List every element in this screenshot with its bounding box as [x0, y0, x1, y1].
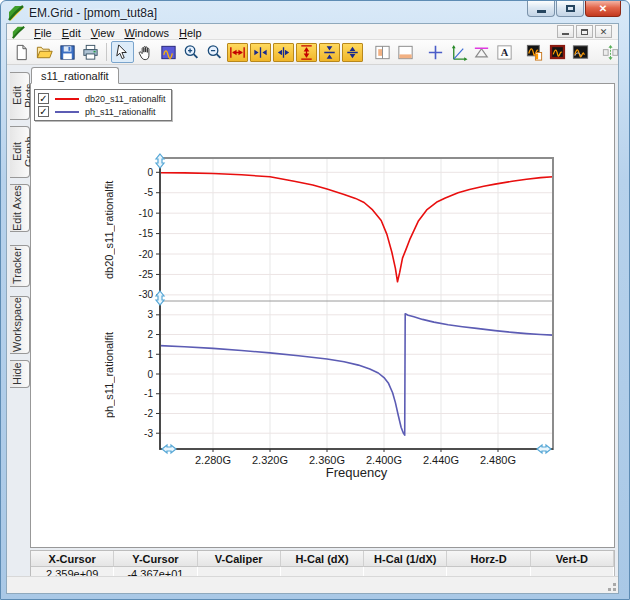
readout-value-cell	[281, 567, 364, 576]
y-tick-label: -1	[144, 388, 153, 399]
zoom-in-button[interactable]	[180, 41, 203, 63]
y-tick-label: 2	[147, 329, 153, 340]
new-plot-icon	[525, 43, 544, 62]
readout-value-cell: -4.367e+01	[114, 567, 197, 576]
cursor-readout-table: X-CursorY-CursorV-CaliperH-Cal (dX)H-Cal…	[30, 550, 615, 576]
readout-column-h-cal-1-dx-: H-Cal (1/dX)	[364, 551, 447, 567]
y-tick-label: 0	[147, 167, 153, 178]
zoom-in-y-icon	[320, 43, 339, 62]
x-axis-label: Frequency	[160, 465, 553, 480]
y-axis-top-handle[interactable]	[156, 154, 164, 168]
sidebar-tab-tracker[interactable]: Tracker	[10, 245, 30, 287]
save-file-button[interactable]	[56, 41, 79, 63]
axis-lines	[160, 158, 553, 449]
readout-column-x-cursor: X-Cursor	[31, 551, 114, 567]
zoom-out-button[interactable]	[203, 41, 226, 63]
print-icon	[81, 43, 100, 62]
open-file-button[interactable]	[33, 41, 56, 63]
mdi-restore-button[interactable]	[576, 25, 593, 38]
zoom-in-y-button[interactable]	[319, 43, 340, 62]
readout-column-v-caliper: V-Caliper	[198, 551, 281, 567]
open-file-icon	[35, 43, 54, 62]
readout-column-vert-d: Vert-D	[531, 551, 614, 567]
close-button[interactable]: ✕	[585, 1, 621, 17]
legend-label: db20_s11_rationalfit	[85, 94, 165, 104]
menu-file[interactable]: File	[29, 26, 57, 40]
status-bar	[7, 576, 618, 593]
sidebar-tab-edit-axes[interactable]: Edit Axes	[10, 184, 30, 232]
split-rows-button[interactable]	[394, 41, 417, 63]
y-tick-label: -2	[144, 408, 153, 419]
sidebar-tab-edit-graph[interactable]: Edit Graph	[10, 126, 30, 178]
legend: ✓db20_s11_rationalfit✓ph_s11_rationalfit	[34, 89, 172, 121]
legend-line-sample	[55, 98, 79, 100]
select-cursor-button[interactable]	[111, 41, 134, 63]
zoom-out-x-icon	[274, 43, 293, 62]
title-bar[interactable]: EM.Grid - [pmom_tut8a] ✕	[1, 1, 629, 23]
y-tick-label: 0	[147, 369, 153, 380]
menu-view[interactable]: View	[86, 26, 120, 40]
client-area: Edit PlotsEdit GraphEdit AxesTrackerWork…	[7, 65, 618, 576]
app-frame: FileEditViewWindowsHelp ✕ ALayout Edit P…	[6, 23, 619, 594]
legend-checkbox[interactable]: ✓	[38, 93, 49, 104]
readout-value-cell	[531, 567, 614, 576]
new-file-button[interactable]	[10, 41, 33, 63]
y-tick-label: 1	[147, 349, 153, 360]
mdi-close-button[interactable]: ✕	[595, 25, 612, 38]
legend-checkbox[interactable]: ✓	[38, 106, 49, 117]
readout-column-y-cursor: Y-Cursor	[114, 551, 197, 567]
axes-icon	[449, 43, 468, 62]
expand-y-button[interactable]	[296, 43, 317, 62]
y-tick-label: -3	[144, 428, 153, 439]
zoom-out-icon	[205, 43, 224, 62]
mdi-window-controls: ✕	[557, 25, 614, 38]
x-axis-right-handle[interactable]	[537, 445, 551, 453]
select-cursor-icon	[113, 43, 132, 62]
split-columns-button[interactable]	[371, 41, 394, 63]
maximize-button[interactable]	[556, 1, 584, 17]
distribute-y-button	[599, 41, 618, 63]
mdi-minimize-button[interactable]	[557, 25, 574, 38]
print-button[interactable]	[79, 41, 102, 63]
crosshair-button[interactable]	[424, 41, 447, 63]
x-axis-left-handle[interactable]	[162, 445, 176, 453]
delete-plot-button[interactable]	[546, 41, 569, 63]
caliper-button[interactable]	[470, 41, 493, 63]
side-tab-strip: Edit PlotsEdit GraphEdit AxesTrackerWork…	[7, 65, 30, 576]
sidebar-tab-hide[interactable]: Hide	[10, 360, 30, 388]
expand-x-button[interactable]	[227, 43, 248, 62]
y-axis-title-ph: ph_s11_rationalfit	[103, 301, 118, 449]
y-tick-label: -5	[144, 187, 153, 198]
menu-edit[interactable]: Edit	[57, 26, 86, 40]
tab-s11-rationalfit[interactable]: s11_rationalfit	[31, 67, 119, 84]
overlay-plot-icon	[571, 43, 590, 62]
sidebar-tab-workspace[interactable]: Workspace	[10, 296, 30, 354]
zoom-out-x-button[interactable]	[273, 43, 294, 62]
document-icon	[12, 25, 25, 38]
readout-value-cell	[198, 567, 281, 576]
sidebar-tab-edit-plots[interactable]: Edit Plots	[10, 72, 30, 120]
axes-button[interactable]	[447, 41, 470, 63]
distribute-y-icon	[601, 43, 618, 62]
y-tick-label: -30	[139, 289, 154, 300]
menu-help[interactable]: Help	[174, 26, 207, 40]
y-tick-label: 3	[147, 309, 153, 320]
text-label-button[interactable]: A	[493, 41, 516, 63]
zoom-window-button[interactable]	[157, 41, 180, 63]
readout-value-cell: 2.359e+09	[31, 567, 114, 576]
overlay-plot-button[interactable]	[569, 41, 592, 63]
menu-bar: FileEditViewWindowsHelp ✕	[7, 24, 618, 40]
pan-hand-button[interactable]	[134, 41, 157, 63]
minimize-button[interactable]	[527, 1, 555, 17]
zoom-in-icon	[182, 43, 201, 62]
menu-windows[interactable]: Windows	[119, 26, 174, 40]
y-axis-title-db20: db20_s11_rationalfit	[103, 158, 118, 301]
plot-canvas[interactable]: 0-5-10-15-20-25-303210-1-2-32.280G2.320G…	[30, 83, 615, 548]
y-axis-bottom-handle[interactable]	[156, 291, 164, 305]
zoom-out-y-button[interactable]	[342, 43, 363, 62]
split-rows-icon	[396, 43, 415, 62]
zoom-in-x-button[interactable]	[250, 43, 271, 62]
new-plot-button[interactable]	[523, 41, 546, 63]
resize-grip[interactable]	[606, 581, 616, 591]
y-tick-label: -20	[139, 249, 154, 260]
